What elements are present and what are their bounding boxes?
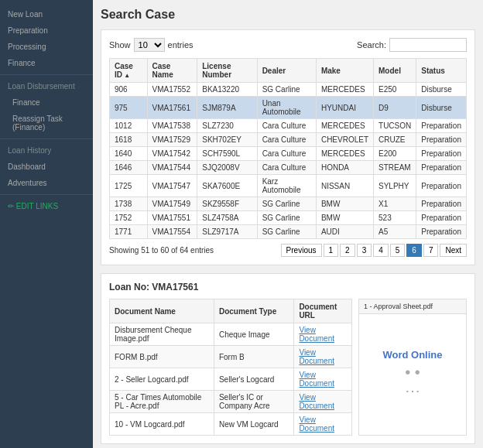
showing-text: Showing 51 to 60 of 64 entries: [109, 246, 214, 255]
table-row[interactable]: 1771VMA17554SLZ9717ASG CarlineAUDIA5Prep…: [110, 225, 467, 239]
sidebar-section-loan-disbursement: Loan Disbursement: [0, 78, 93, 94]
sidebar-item-finance-sub[interactable]: Finance: [0, 94, 93, 111]
loan-col-doc-name: Document Name: [110, 299, 214, 323]
sidebar-item-finance[interactable]: Finance: [0, 55, 93, 71]
prev-page-button[interactable]: Previous: [281, 244, 322, 257]
view-document-link[interactable]: View Document: [299, 416, 334, 433]
table-row[interactable]: 975VMA17561SJM879AUnan AutomobileHYUNDAI…: [110, 97, 467, 119]
col-status[interactable]: Status: [416, 59, 467, 83]
col-make[interactable]: Make: [316, 59, 373, 83]
page-btn-5[interactable]: 5: [390, 244, 406, 257]
table-row[interactable]: 1646VMA17544SJQ2008VCara CultureHONDASTR…: [110, 161, 467, 175]
search-right: Search:: [357, 38, 467, 52]
view-document-link[interactable]: View Document: [299, 393, 334, 410]
table-row[interactable]: 1725VMA17547SKA7600EKarz AutomobileNISSA…: [110, 175, 467, 197]
table-controls: Show 10 25 50 entries Search:: [109, 38, 467, 52]
main-content: Search Case Show 10 25 50 entries Search…: [93, 0, 483, 448]
table-row[interactable]: 906VMA17552BKA13220SG CarlineMERCEDESE25…: [110, 83, 467, 97]
sidebar-item-processing[interactable]: Processing: [0, 39, 93, 55]
search-input[interactable]: [389, 38, 467, 52]
table-row[interactable]: 1752VMA17551SLZ4758ASG CarlineBMW523Prep…: [110, 211, 467, 225]
page-btn-6[interactable]: 6: [406, 244, 422, 257]
sidebar-divider-3: [0, 194, 93, 195]
doc-preview-title: Word Online: [382, 349, 442, 361]
sidebar-item-preparation[interactable]: Preparation: [0, 22, 93, 39]
col-model[interactable]: Model: [374, 59, 416, 83]
view-document-link[interactable]: View Document: [299, 326, 334, 343]
doc-preview-content: Word Online • • ⋯: [359, 314, 466, 435]
col-license[interactable]: License Number: [197, 59, 257, 83]
entries-select[interactable]: 10 25 50: [134, 38, 165, 52]
sidebar-section-loan-history: Loan History: [0, 142, 93, 159]
sidebar-divider-1: [0, 74, 93, 75]
page-btn-7[interactable]: 7: [423, 244, 439, 257]
doc-preview: 1 - Approval Sheet.pdf Word Online • • ⋯: [358, 299, 467, 436]
list-item: 10 - VM Logcard.pdfNew VM LogcardView Do…: [110, 413, 352, 436]
col-case-id[interactable]: Case ID: [110, 59, 148, 83]
sidebar-item-new-loan[interactable]: New Loan: [0, 6, 93, 22]
sidebar-item-adventures[interactable]: Adventures: [0, 175, 93, 191]
table-row[interactable]: 1640VMA17542SCH7590LCara CultureMERCEDES…: [110, 147, 467, 161]
sidebar-edit-links[interactable]: ✏ EDIT LINKS: [0, 198, 93, 214]
loan-col-doc-url: Document URL: [294, 299, 352, 323]
loan-doc-table: Document Name Document Type Document URL…: [109, 299, 352, 436]
loan-panel-body: Document Name Document Type Document URL…: [109, 299, 467, 436]
doc-preview-dots: • •: [405, 364, 420, 381]
entries-label: entries: [168, 40, 194, 50]
loan-col-doc-type: Document Type: [214, 299, 293, 323]
search-table: Case ID Case Name License Number Dealer …: [109, 58, 467, 239]
sidebar-divider-2: [0, 139, 93, 139]
table-row[interactable]: 1618VMA17529SKH702EYCara CultureCHEVROLE…: [110, 133, 467, 147]
pagination: Showing 51 to 60 of 64 entries Previous …: [109, 244, 467, 257]
page-btn-4[interactable]: 4: [373, 244, 389, 257]
pagination-links: Previous 1 2 3 4 5 6 7 Next: [281, 244, 467, 257]
col-case-name[interactable]: Case Name: [147, 59, 197, 83]
list-item: Disbursement Cheque Image.pdfCheque Imag…: [110, 323, 352, 346]
loan-table-wrapper: Document Name Document Type Document URL…: [109, 299, 352, 436]
col-dealer[interactable]: Dealer: [257, 59, 316, 83]
show-entries: Show 10 25 50 entries: [109, 38, 194, 52]
table-header-row: Case ID Case Name License Number Dealer …: [110, 59, 467, 83]
sidebar-item-dashboard[interactable]: Dashboard: [0, 159, 93, 175]
loan-document-panel: Loan No: VMA17561 Document Name Document…: [101, 273, 475, 444]
sidebar: New Loan Preparation Processing Finance …: [0, 0, 93, 448]
page-title: Search Case: [101, 8, 475, 22]
view-document-link[interactable]: View Document: [299, 348, 334, 365]
page-btn-3[interactable]: 3: [357, 244, 372, 257]
page-btn-1[interactable]: 1: [324, 244, 339, 257]
list-item: 5 - Car Times Automobile PL - Acre.pdfSe…: [110, 391, 352, 413]
show-label: Show: [109, 40, 131, 50]
list-item: FORM B.pdfForm BView Document: [110, 346, 352, 368]
table-row[interactable]: 1012VMA17538SLZ7230Cara CultureMERCEDEST…: [110, 119, 467, 133]
search-case-panel: Show 10 25 50 entries Search: Case ID Ca…: [101, 29, 475, 265]
doc-preview-tab: 1 - Approval Sheet.pdf: [359, 299, 466, 314]
table-row[interactable]: 1738VMA17549SKZ9558FSG CarlineBMWX1Prepa…: [110, 197, 467, 211]
search-label: Search:: [357, 40, 386, 50]
next-page-button[interactable]: Next: [440, 244, 467, 257]
view-document-link[interactable]: View Document: [299, 371, 334, 388]
sidebar-item-reassign-task[interactable]: Reassign Task (Finance): [0, 111, 93, 135]
list-item: 2 - Seller Logcard.pdfSeller's LogcardVi…: [110, 368, 352, 391]
loan-panel-header: Loan No: VMA17561: [109, 282, 467, 292]
page-btn-2[interactable]: 2: [340, 244, 355, 257]
doc-preview-more: ⋯: [405, 381, 420, 400]
